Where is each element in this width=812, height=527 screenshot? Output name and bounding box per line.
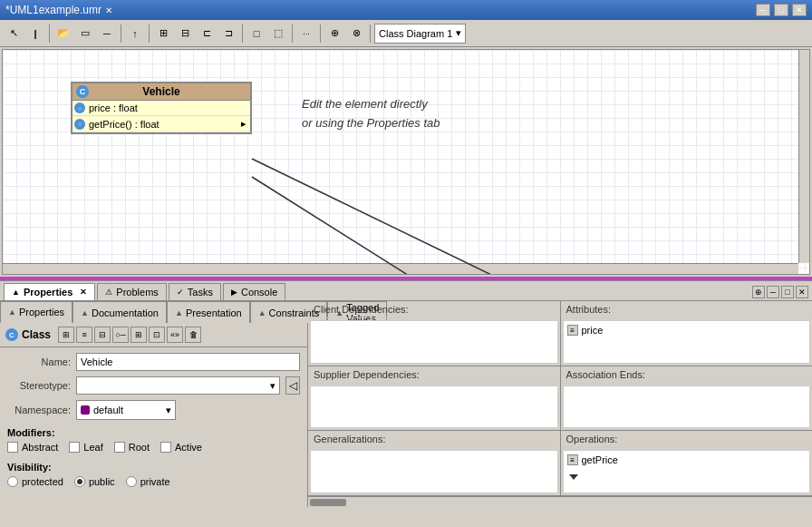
- toolbar-connect-button[interactable]: ⊕: [324, 24, 344, 44]
- stereotype-expand-icon[interactable]: ◁: [285, 376, 300, 395]
- props-tab-properties[interactable]: ▲ Properties: [0, 301, 72, 323]
- client-deps-content[interactable]: [310, 320, 558, 364]
- class-name: Vehicle: [142, 85, 179, 98]
- class-tool-delete[interactable]: 🗑: [185, 327, 201, 343]
- new-view-button[interactable]: ⊕: [752, 286, 765, 298]
- namespace-icon: [81, 405, 90, 415]
- bottom-panel: ▲ Properties ✕ ⚠ Problems ✓ Tasks ▶ Cons…: [0, 280, 812, 507]
- maximize-button[interactable]: □: [774, 4, 788, 16]
- tab-properties[interactable]: ▲ Properties ✕: [4, 283, 95, 300]
- visibility-public[interactable]: public: [74, 476, 115, 487]
- toolbar-open-button[interactable]: 📂: [53, 24, 73, 44]
- attribute-price-entry[interactable]: ≡ price: [566, 323, 808, 337]
- toolbar-line-button[interactable]: ─: [97, 24, 117, 44]
- tab-close-icon[interactable]: ✕: [80, 288, 87, 297]
- toolbar-rect-button[interactable]: ▭: [75, 24, 95, 44]
- name-label: Name:: [7, 356, 71, 367]
- class-tool-t2[interactable]: ⊞: [130, 327, 147, 343]
- title-bar-controls: ─ □ ✕: [756, 4, 807, 16]
- class-tool-table[interactable]: ⊞: [58, 327, 74, 343]
- class-tool-list[interactable]: ≡: [76, 327, 92, 343]
- client-deps-label: Client Dependencies:: [308, 301, 560, 318]
- close-tab-icon[interactable]: ✕: [105, 5, 112, 15]
- leaf-checkbox[interactable]: [69, 442, 80, 453]
- props-tab-presentation[interactable]: ▲ Presentation: [167, 301, 250, 323]
- protected-radio[interactable]: [7, 476, 18, 487]
- private-radio[interactable]: [126, 476, 137, 487]
- close-panel-button[interactable]: ✕: [796, 286, 808, 298]
- stereotype-select[interactable]: ▾: [76, 376, 280, 395]
- toolbar-separator-5: [292, 24, 293, 43]
- toolbar-box2-button[interactable]: ⬚: [268, 24, 288, 44]
- expand-icon: ▸: [241, 118, 246, 130]
- close-button[interactable]: ✕: [792, 4, 807, 16]
- tab-tasks[interactable]: ✓ Tasks: [169, 283, 221, 300]
- private-label: private: [140, 476, 170, 487]
- toolbar-table-button[interactable]: ⊞: [153, 24, 173, 44]
- toolbar-select-button[interactable]: ↖: [4, 24, 24, 44]
- modifier-root: Root: [114, 442, 150, 453]
- bottom-hscroll[interactable]: [308, 496, 812, 507]
- minimize-button[interactable]: ─: [756, 4, 770, 16]
- tab-problems-label: Problems: [116, 287, 158, 298]
- bottom-tab-bar: ▲ Properties ✕ ⚠ Problems ✓ Tasks ▶ Cons…: [0, 281, 812, 301]
- edit-hint-line2: or using the Properties tab: [302, 114, 440, 133]
- visibility-label: Visibility:: [7, 462, 300, 473]
- tab-problems[interactable]: ⚠ Problems: [97, 283, 166, 300]
- attribute-row-price[interactable]: ○ price : float: [72, 101, 250, 116]
- public-radio[interactable]: [74, 476, 85, 487]
- toolbar-align-right-button[interactable]: ⊐: [218, 24, 238, 44]
- uml-class-box[interactable]: C Vehicle ○ price : float ○ getPrice() :…: [71, 82, 252, 134]
- toolbar-separator-3: [149, 24, 150, 43]
- tab-console[interactable]: ▶ Console: [223, 283, 285, 300]
- class-tool-connect[interactable]: «»: [167, 327, 183, 343]
- main-area: Edit the element directly or using the P…: [0, 47, 812, 277]
- active-checkbox[interactable]: [160, 442, 171, 453]
- toolbar-align-left-button[interactable]: ⊏: [197, 24, 217, 44]
- props-tab-properties-icon: ▲: [8, 307, 16, 317]
- attributes-section: Attributes: ≡ price: [561, 301, 813, 366]
- title-bar: *UML1example.umr ✕ ─ □ ✕: [0, 0, 812, 20]
- operation-getprice-entry[interactable]: ≡ getPrice: [566, 453, 808, 467]
- class-tool-t3[interactable]: ⊡: [149, 327, 165, 343]
- namespace-select[interactable]: default ▾: [76, 400, 176, 420]
- diagram-dropdown[interactable]: Class Diagram 1 ▾: [374, 24, 466, 44]
- canvas-hscroll[interactable]: [3, 263, 798, 274]
- generalizations-content[interactable]: [310, 450, 558, 493]
- canvas-vscroll[interactable]: [798, 50, 809, 263]
- root-checkbox[interactable]: [114, 442, 125, 453]
- association-ends-content[interactable]: [563, 385, 811, 429]
- supplier-deps-content[interactable]: [310, 385, 558, 429]
- class-tool-link[interactable]: ○─: [112, 327, 129, 343]
- operation-row-getprice[interactable]: ○ getPrice() : float ▸: [72, 116, 250, 132]
- toolbar-arrow-up-button[interactable]: ↑: [125, 24, 145, 44]
- minimize-panel-button[interactable]: ─: [767, 286, 779, 298]
- attributes-content[interactable]: ≡ price: [563, 320, 811, 364]
- properties-panel: ▲ Properties ▲ Documentation ▲ Presentat…: [0, 301, 812, 507]
- tab-problems-icon: ⚠: [105, 288, 112, 297]
- props-tabs: ▲ Properties ▲ Documentation ▲ Presentat…: [0, 301, 307, 323]
- toolbar-zoom-button[interactable]: ⊗: [346, 24, 366, 44]
- toolbar-box-button[interactable]: □: [246, 24, 266, 44]
- toolbar-separator-7: [370, 24, 371, 43]
- modifiers-label: Modifiers:: [7, 427, 300, 438]
- tab-properties-icon: ▲: [12, 288, 20, 297]
- canvas-area[interactable]: Edit the element directly or using the P…: [2, 49, 810, 275]
- maximize-panel-button[interactable]: □: [781, 286, 794, 298]
- toolbar-pointer-button[interactable]: |: [25, 24, 45, 44]
- toolbar-table2-button[interactable]: ⊟: [175, 24, 195, 44]
- abstract-checkbox[interactable]: [7, 442, 18, 453]
- name-input[interactable]: [76, 353, 300, 371]
- props-tab-documentation[interactable]: ▲ Documentation: [72, 301, 167, 323]
- toolbar-separator-6: [320, 24, 321, 43]
- toolbar-ellipsis-button[interactable]: ···: [296, 24, 316, 44]
- props-tab-pres-icon: ▲: [175, 308, 183, 317]
- class-tool-grid[interactable]: ⊟: [94, 327, 111, 343]
- visibility-private[interactable]: private: [126, 476, 170, 487]
- bottom-tab-left: ▲ Properties ✕ ⚠ Problems ✓ Tasks ▶ Cons…: [4, 283, 285, 300]
- operations-content[interactable]: ≡ getPrice: [563, 450, 811, 493]
- modifiers-row: Abstract Leaf Root Active: [7, 442, 300, 453]
- hscroll-thumb[interactable]: [310, 499, 346, 506]
- visibility-protected[interactable]: protected: [7, 476, 63, 487]
- operations-label: Operations:: [561, 431, 813, 448]
